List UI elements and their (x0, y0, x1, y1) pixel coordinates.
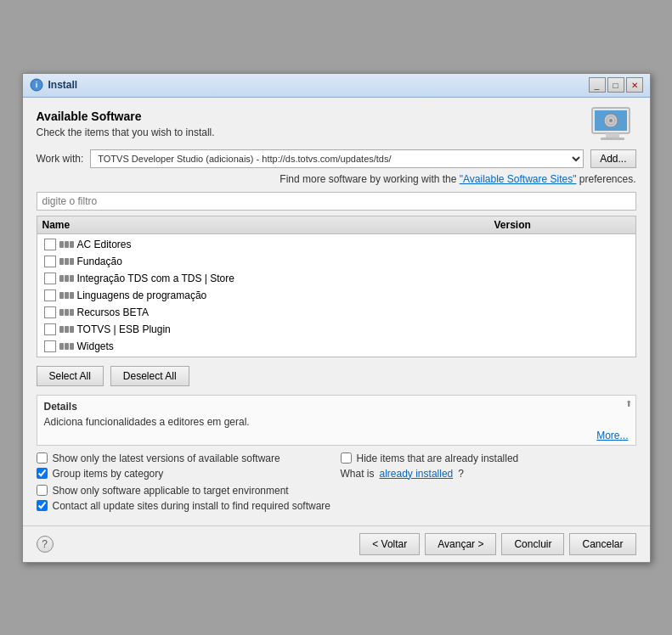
monitor-icon (589, 106, 636, 147)
options-section: Show only the latest versions of availab… (37, 452, 636, 512)
table-row[interactable]: AC Editores (37, 236, 635, 253)
row-checkbox[interactable] (44, 340, 56, 352)
options-col1: Show only the latest versions of availab… (37, 452, 332, 464)
row-icon (59, 292, 74, 299)
svg-rect-4 (606, 133, 619, 138)
row-label: TOTVS | ESB Plugin (77, 323, 629, 335)
options-col2-row2: What is already installed ? (341, 468, 636, 480)
footer: ? < Voltar Avançar > Concluir Cancelar (23, 525, 650, 562)
row-label: Fundação (77, 256, 629, 267)
table-body: AC Editores Fundação Integração TDS com … (37, 234, 635, 357)
row-checkbox[interactable] (44, 273, 56, 284)
row-checkbox[interactable] (44, 306, 56, 318)
select-all-button[interactable]: Select All (37, 366, 104, 386)
cancel-button[interactable]: Cancelar (569, 533, 635, 555)
row-checkbox[interactable] (44, 239, 56, 250)
row-icon (59, 275, 74, 282)
contact-update-sites-checkbox[interactable] (37, 500, 48, 511)
row-icon (59, 343, 74, 350)
help-button[interactable]: ? (37, 536, 54, 553)
hide-installed-label: Hide items that are already installed (357, 452, 519, 464)
action-buttons: Select All Deselect All (37, 366, 636, 386)
details-text: Adiciona funcionalidades a editores em g… (44, 416, 629, 428)
options-col1-row2: Group items by category (37, 468, 332, 480)
row-icon (59, 258, 74, 265)
row-label: Recursos BETA (77, 306, 629, 318)
options-col2: Hide items that are already installed (341, 452, 636, 464)
window-icon: i (30, 78, 43, 92)
table-row[interactable]: TOTVS | ESB Plugin (37, 321, 635, 338)
option-group-by-category: Group items by category (37, 468, 332, 480)
install-window: i Install _ □ ✕ Available Software Check… (22, 73, 651, 563)
row-checkbox[interactable] (44, 323, 56, 335)
svg-text:i: i (35, 81, 37, 89)
more-link[interactable]: More... (596, 430, 628, 441)
already-installed-link[interactable]: already installed (380, 468, 454, 480)
table-row[interactable]: Recursos BETA (37, 304, 635, 321)
row-label: Integração TDS com a TDS | Store (77, 273, 629, 284)
row-label: Linguagens de programação (77, 289, 629, 301)
work-with-label: Work with: (37, 153, 84, 165)
title-bar: i Install _ □ ✕ (23, 74, 650, 98)
options-grid: Show only the latest versions of availab… (37, 452, 636, 480)
work-with-row: Work with: TOTVS Developer Studio (adici… (37, 149, 636, 168)
svg-point-7 (609, 119, 613, 122)
question-mark: ? (458, 468, 464, 480)
latest-versions-label: Show only the latest versions of availab… (53, 452, 280, 464)
table-row[interactable]: Linguagens de programação (37, 287, 635, 304)
col-version-header: Version (494, 219, 630, 231)
row-label: AC Editores (77, 239, 629, 250)
latest-versions-checkbox[interactable] (37, 452, 48, 464)
svg-rect-5 (601, 138, 624, 140)
applicable-env-label: Show only software applicable to target … (53, 485, 289, 497)
section-title: Available Software (37, 110, 575, 123)
table-header: Name Version (37, 216, 635, 234)
footer-right: < Voltar Avançar > Concluir Cancelar (359, 533, 635, 555)
contact-update-sites-label: Contact all update sites during install … (53, 500, 331, 512)
what-is-label: What is (341, 468, 375, 480)
available-sites-link[interactable]: "Available Software Sites" (460, 173, 577, 185)
option-latest-versions: Show only the latest versions of availab… (37, 452, 332, 464)
deselect-all-button[interactable]: Deselect All (110, 366, 189, 386)
work-with-select[interactable]: TOTVS Developer Studio (adicionais) - ht… (90, 149, 584, 168)
row-icon (59, 241, 74, 248)
logo-area (589, 106, 636, 149)
section-subtitle: Check the items that you wish to install… (37, 126, 575, 138)
back-button[interactable]: < Voltar (359, 533, 420, 555)
footer-left: ? (37, 536, 54, 553)
next-button[interactable]: Avançar > (425, 533, 496, 555)
row-checkbox[interactable] (44, 289, 56, 301)
minimize-button[interactable]: _ (589, 77, 606, 93)
row-icon (59, 309, 74, 316)
row-label: Widgets (77, 340, 629, 352)
software-table: Name Version AC Editores Fundação Integr… (37, 216, 636, 357)
window-controls: _ □ ✕ (589, 77, 643, 93)
close-button[interactable]: ✕ (626, 77, 643, 93)
finish-button[interactable]: Concluir (501, 533, 564, 555)
table-row[interactable]: Integração TDS com a TDS | Store (37, 270, 635, 287)
details-section: ⬆ Details Adiciona funcionalidades a edi… (37, 395, 636, 446)
group-by-category-label: Group items by category (53, 468, 164, 480)
col-name-header: Name (42, 219, 494, 231)
details-title: Details (44, 401, 629, 413)
table-row[interactable]: Fundação (37, 253, 635, 270)
find-more-row: Find more software by working with the "… (37, 173, 636, 185)
row-icon (59, 326, 74, 333)
main-content: Available Software Check the items that … (23, 98, 650, 525)
option-already-installed: What is already installed ? (341, 468, 636, 480)
window-title: Install (48, 79, 589, 91)
option-contact-update-sites: Contact all update sites during install … (37, 500, 636, 512)
option-applicable-environment: Show only software applicable to target … (37, 485, 636, 497)
filter-input[interactable] (37, 192, 636, 211)
add-button[interactable]: Add... (590, 149, 635, 168)
maximize-button[interactable]: □ (607, 77, 624, 93)
scroll-indicator: ⬆ (625, 399, 632, 408)
option-hide-installed: Hide items that are already installed (341, 452, 636, 464)
group-by-category-checkbox[interactable] (37, 468, 48, 479)
applicable-env-checkbox[interactable] (37, 485, 48, 496)
row-checkbox[interactable] (44, 256, 56, 267)
table-row[interactable]: Widgets (37, 338, 635, 355)
hide-installed-checkbox[interactable] (341, 452, 352, 464)
